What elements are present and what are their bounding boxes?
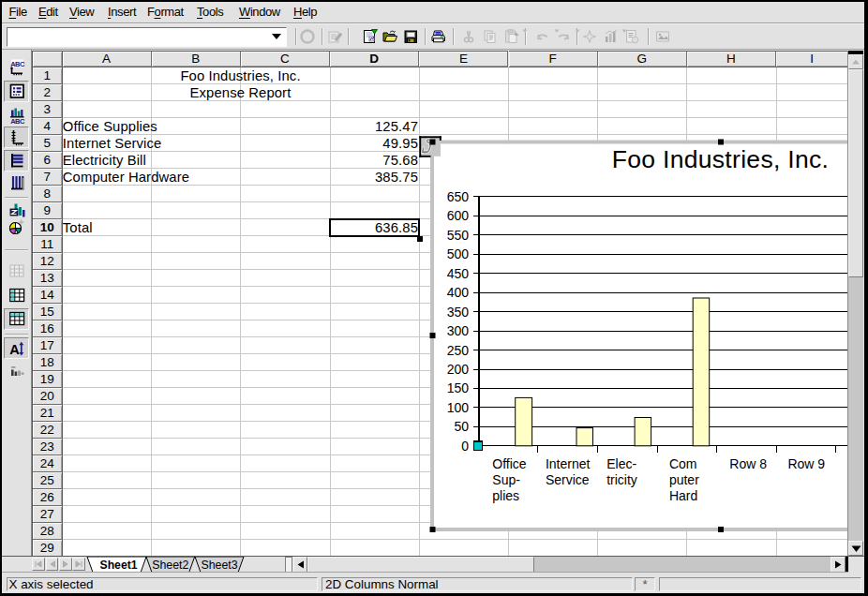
svg-text:ABC: ABC — [10, 60, 25, 68]
svg-text:Hard: Hard — [669, 488, 697, 503]
svg-text:puter: puter — [669, 472, 699, 487]
svg-text:600: 600 — [447, 208, 470, 223]
svg-text:ABC: ABC — [10, 117, 25, 125]
svg-text:Sup-: Sup- — [492, 472, 520, 487]
svg-text:Foo Industries, Inc.: Foo Industries, Inc. — [612, 145, 829, 173]
svg-text:plies: plies — [492, 488, 519, 503]
svg-text:A: A — [9, 341, 20, 356]
svg-text:Elec-: Elec- — [606, 456, 636, 471]
svg-text:tricity: tricity — [606, 472, 637, 487]
svg-text:200: 200 — [447, 362, 470, 377]
svg-text:150: 150 — [447, 380, 470, 395]
svg-text:Office: Office — [492, 456, 527, 471]
svg-text:Sheet1: Sheet1 — [100, 559, 138, 572]
svg-text:0: 0 — [461, 439, 469, 454]
svg-text:Sheet3: Sheet3 — [201, 559, 237, 572]
svg-text:50: 50 — [454, 419, 469, 434]
svg-text:Service: Service — [546, 472, 590, 487]
svg-text:Sheet2: Sheet2 — [153, 559, 189, 572]
svg-text:Internet: Internet — [546, 456, 591, 471]
svg-text:450: 450 — [447, 266, 470, 281]
svg-text:550: 550 — [447, 228, 470, 243]
svg-text:350: 350 — [447, 305, 470, 320]
svg-text:250: 250 — [447, 343, 470, 358]
svg-text:Row 9: Row 9 — [787, 456, 825, 471]
svg-text:Row 8: Row 8 — [729, 456, 767, 471]
svg-text:500: 500 — [447, 246, 470, 261]
svg-text:300: 300 — [447, 323, 470, 338]
svg-text:650: 650 — [447, 189, 470, 204]
svg-text:100: 100 — [447, 400, 470, 415]
svg-text:400: 400 — [447, 285, 470, 300]
svg-text:Com: Com — [669, 456, 697, 471]
